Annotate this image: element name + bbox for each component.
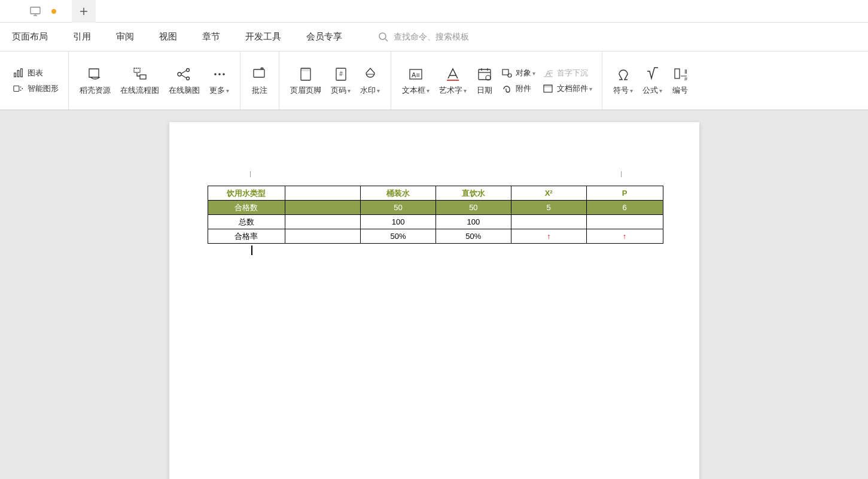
svg-rect-14 <box>134 68 140 72</box>
flowchart-button[interactable]: 在线流程图 <box>115 66 164 96</box>
comment-label: 批注 <box>252 85 267 96</box>
tab-review[interactable]: 审阅 <box>115 29 135 45</box>
row-label: 总数 <box>208 215 285 229</box>
svg-rect-15 <box>140 75 146 79</box>
symbol-button[interactable]: 符号▾ <box>608 66 638 96</box>
docparts-label: 文档部件▾ <box>557 83 592 94</box>
equation-button[interactable]: 公式▾ <box>638 66 667 96</box>
search-icon <box>378 32 389 43</box>
cell <box>285 229 361 244</box>
mindmap-label: 在线脑图 <box>169 85 200 96</box>
text-cursor <box>251 245 252 255</box>
title-tab-bar <box>0 0 868 23</box>
tab-vip[interactable]: 会员专享 <box>305 29 343 45</box>
svg-point-16 <box>178 72 181 76</box>
row-label: 合格数 <box>208 201 285 215</box>
docer-button[interactable]: 稻壳资源 <box>75 66 115 96</box>
cell: 6 <box>586 201 663 215</box>
row-label: 合格率 <box>208 229 285 244</box>
th-type: 饮用水类型 <box>208 186 285 201</box>
margin-mark-left <box>250 171 251 177</box>
mindmap-button[interactable]: 在线脑图 <box>164 66 205 96</box>
ribbon-tab-strip: 页面布局 引用 审阅 视图 章节 开发工具 会员专享 查找命令、搜索模板 <box>0 23 868 51</box>
chart-icon <box>13 68 24 78</box>
new-tab-button[interactable] <box>72 0 96 23</box>
object-label: 对象▾ <box>516 68 535 78</box>
svg-rect-28 <box>301 68 310 71</box>
flowchart-label: 在线流程图 <box>120 85 159 96</box>
svg-rect-9 <box>21 68 23 77</box>
symbol-label: 符号▾ <box>613 85 633 96</box>
docparts-icon <box>543 83 553 94</box>
svg-point-22 <box>218 73 221 75</box>
equation-label: 公式▾ <box>642 85 662 96</box>
tab-developer[interactable]: 开发工具 <box>244 29 282 45</box>
cell <box>511 215 586 229</box>
command-search[interactable]: 查找命令、搜索模板 <box>378 32 469 43</box>
wordart-label: 艺术字▾ <box>439 85 467 96</box>
watermark-label: 水印▾ <box>360 85 380 96</box>
svg-rect-24 <box>254 69 264 77</box>
dropcap-label: 首字下沉 <box>557 68 588 78</box>
cell: 50 <box>361 201 436 215</box>
cell: 50% <box>435 229 511 244</box>
object-button[interactable]: 对象▾ <box>501 68 535 78</box>
cell: 5 <box>511 201 586 215</box>
svg-line-6 <box>385 39 388 41</box>
tab-page-layout[interactable]: 页面布局 <box>11 29 49 45</box>
chart-button[interactable]: 图表 <box>13 68 59 78</box>
smartart-button[interactable]: 智能图形 <box>13 83 59 94</box>
wordart-button[interactable]: 艺术字▾ <box>434 66 471 96</box>
date-button[interactable]: 日期 <box>471 66 498 96</box>
document-page[interactable]: 饮用水类型 桶装水 直饮水 X² P 合格数 50 50 5 6 总数 100 … <box>169 122 699 479</box>
svg-point-41 <box>508 74 511 77</box>
more-button[interactable]: 更多▾ <box>205 66 234 96</box>
svg-rect-8 <box>17 70 19 77</box>
svg-rect-0 <box>31 7 40 14</box>
cell: ↑ <box>586 229 663 244</box>
tab-references[interactable]: 引用 <box>72 29 92 45</box>
svg-text:A≡: A≡ <box>412 71 420 78</box>
comment-button[interactable]: 批注 <box>246 66 273 96</box>
symbol-icon <box>615 66 632 83</box>
header-footer-button[interactable]: 页眉页脚 <box>285 66 326 96</box>
search-placeholder: 查找命令、搜索模板 <box>394 32 469 43</box>
dropcap-icon: A <box>543 68 553 78</box>
more-icon <box>211 66 228 83</box>
svg-point-12 <box>22 88 23 89</box>
page-number-button[interactable]: # 页码▾ <box>326 66 355 96</box>
dropcap-button[interactable]: A 首字下沉 <box>543 68 592 78</box>
svg-rect-35 <box>479 69 491 80</box>
docparts-button[interactable]: 文档部件▾ <box>543 83 592 94</box>
tab-section[interactable]: 章节 <box>201 29 221 45</box>
document-canvas[interactable]: 饮用水类型 桶装水 直饮水 X² P 合格数 50 50 5 6 总数 100 … <box>0 110 868 479</box>
tab-view[interactable]: 视图 <box>158 29 178 45</box>
flowchart-icon <box>132 66 148 83</box>
svg-point-5 <box>379 33 386 40</box>
attachment-button[interactable]: 附件 <box>501 83 535 94</box>
th-p: P <box>586 186 663 201</box>
data-table[interactable]: 饮用水类型 桶装水 直饮水 X² P 合格数 50 50 5 6 总数 100 … <box>208 186 663 244</box>
attachment-icon <box>501 83 512 94</box>
object-icon <box>501 68 512 78</box>
docer-icon <box>87 66 103 83</box>
docer-label: 稻壳资源 <box>80 85 111 96</box>
svg-rect-48 <box>675 69 680 78</box>
cell: 50% <box>361 229 436 244</box>
comment-icon <box>251 66 268 83</box>
th-blank <box>285 186 361 201</box>
attachment-label: 附件 <box>516 83 531 94</box>
more-label: 更多▾ <box>209 85 229 96</box>
numbering-label: 编号 <box>672 85 688 96</box>
cell: 100 <box>435 215 511 229</box>
smartart-label: 智能图形 <box>28 83 59 94</box>
cell: ↑ <box>511 229 586 244</box>
numbering-button[interactable]: Ⅱ# 编号 <box>667 66 693 96</box>
svg-text:Ⅱ: Ⅱ <box>684 68 687 75</box>
page-number-icon: # <box>333 66 349 83</box>
smartart-icon <box>13 83 24 94</box>
watermark-button[interactable]: 水印▾ <box>355 66 385 96</box>
svg-point-17 <box>187 68 190 71</box>
textbox-button[interactable]: A≡ 文本框▾ <box>397 66 434 96</box>
header-footer-icon <box>297 66 314 83</box>
